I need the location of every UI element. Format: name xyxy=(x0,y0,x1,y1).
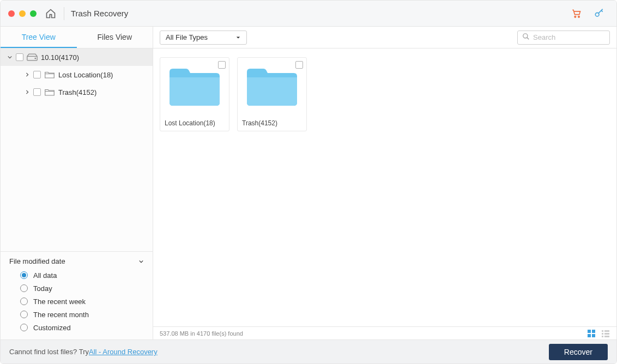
view-toggles xyxy=(587,329,610,338)
svg-point-1 xyxy=(578,16,580,17)
folder-card-lost-location[interactable]: Lost Location(18) xyxy=(160,57,229,131)
footer: Cannot find lost files? Try All - Around… xyxy=(1,339,616,363)
filter-option-label: Today xyxy=(33,284,52,293)
key-button[interactable] xyxy=(592,7,606,20)
sidebar-tabs: Tree View Files View xyxy=(1,27,153,48)
svg-rect-11 xyxy=(604,330,609,332)
tree: 10.10(4170) Lost Location(18) xyxy=(1,48,153,251)
tree-root-row[interactable]: 10.10(4170) xyxy=(1,48,153,66)
svg-rect-8 xyxy=(588,334,591,337)
filter-option-recent-week[interactable]: The recent week xyxy=(20,295,144,308)
filter-option-label: The recent month xyxy=(33,311,89,319)
radio-icon xyxy=(20,311,28,318)
list-icon xyxy=(601,329,610,338)
toolbar: All File Types xyxy=(153,27,616,48)
chevron-down-icon xyxy=(138,257,144,265)
filter-option-label: All data xyxy=(33,271,57,280)
folder-outline-icon xyxy=(44,71,55,78)
svg-point-5 xyxy=(523,34,528,38)
caret-down-icon xyxy=(235,33,241,41)
grid-view-toggle[interactable] xyxy=(587,329,596,338)
filter-header[interactable]: File modified date xyxy=(9,257,144,265)
chevron-right-icon[interactable] xyxy=(25,72,30,77)
list-view-toggle[interactable] xyxy=(601,329,610,338)
tree-child-checkbox[interactable] xyxy=(33,88,41,96)
home-icon xyxy=(45,8,56,19)
radio-icon xyxy=(20,324,28,331)
radio-icon xyxy=(20,271,28,279)
cart-icon xyxy=(571,8,582,19)
tree-child-trash[interactable]: Trash(4152) xyxy=(1,83,153,101)
filetype-dropdown-label: All File Types xyxy=(166,33,208,41)
filter-heading: File modified date xyxy=(9,257,65,265)
cart-button[interactable] xyxy=(570,7,583,20)
svg-rect-7 xyxy=(592,330,595,333)
statusbar: 537.08 MB in 4170 file(s) found xyxy=(153,326,616,339)
filter-option-recent-month[interactable]: The recent month xyxy=(20,308,144,321)
svg-rect-14 xyxy=(602,336,603,337)
svg-point-2 xyxy=(595,13,599,16)
footer-prompt: Cannot find lost files? Try xyxy=(9,348,89,356)
content: Tree View Files View 10.10(4170) xyxy=(1,27,616,339)
tree-child-lost-location[interactable]: Lost Location(18) xyxy=(1,66,153,83)
tree-child-label: Trash(4152) xyxy=(58,88,96,96)
tree-child-label: Lost Location(18) xyxy=(58,71,113,79)
minimize-window-button[interactable] xyxy=(19,10,26,17)
radio-icon xyxy=(20,284,28,292)
svg-rect-13 xyxy=(604,333,609,335)
main: All File Types xyxy=(153,27,616,339)
card-checkbox[interactable] xyxy=(218,61,226,69)
search-icon xyxy=(522,33,530,42)
tab-files-view[interactable]: Files View xyxy=(77,27,153,48)
grid-icon xyxy=(587,329,596,338)
sidebar: Tree View Files View 10.10(4170) xyxy=(1,27,153,339)
search-input[interactable] xyxy=(533,33,605,41)
tab-tree-view[interactable]: Tree View xyxy=(1,27,77,48)
chevron-down-icon[interactable] xyxy=(7,55,13,59)
filter-option-label: The recent week xyxy=(33,298,86,306)
home-button[interactable] xyxy=(43,1,62,26)
card-checkbox[interactable] xyxy=(295,61,303,69)
svg-rect-6 xyxy=(588,330,591,333)
grid-area: Lost Location(18) Trash(4152) xyxy=(153,48,616,326)
svg-rect-10 xyxy=(602,330,603,332)
tree-root-checkbox[interactable] xyxy=(16,53,23,61)
tree-root-label: 10.10(4170) xyxy=(41,53,79,62)
filter-options: All data Today The recent week The recen… xyxy=(9,269,144,334)
recover-button[interactable]: Recover xyxy=(549,344,608,360)
svg-rect-12 xyxy=(602,333,603,335)
status-text: 537.08 MB in 4170 file(s) found xyxy=(160,330,243,337)
search-box[interactable] xyxy=(517,31,610,45)
titlebar-divider xyxy=(64,7,64,20)
titlebar-actions xyxy=(570,7,609,20)
close-window-button[interactable] xyxy=(8,10,15,17)
chevron-right-icon[interactable] xyxy=(25,90,30,94)
radio-icon xyxy=(20,298,28,305)
svg-point-4 xyxy=(35,58,36,59)
filter-section: File modified date All data Today The re… xyxy=(1,251,153,339)
tree-child-checkbox[interactable] xyxy=(33,71,41,78)
card-label: Lost Location(18) xyxy=(160,116,229,131)
filter-option-today[interactable]: Today xyxy=(20,282,144,295)
svg-point-0 xyxy=(574,16,576,17)
svg-rect-15 xyxy=(604,336,609,337)
card-label: Trash(4152) xyxy=(238,116,306,131)
filter-option-label: Customized xyxy=(33,324,71,332)
drive-icon xyxy=(27,53,38,61)
folder-outline-icon xyxy=(44,88,55,96)
key-icon xyxy=(594,8,604,19)
all-around-recovery-link[interactable]: All - Around Recovery xyxy=(89,348,158,356)
filter-option-all-data[interactable]: All data xyxy=(20,269,144,282)
titlebar: Trash Recovery xyxy=(1,1,616,27)
svg-rect-9 xyxy=(592,334,595,337)
folder-card-trash[interactable]: Trash(4152) xyxy=(237,57,307,131)
page-title: Trash Recovery xyxy=(71,9,128,18)
window-controls xyxy=(8,10,37,17)
maximize-window-button[interactable] xyxy=(30,10,37,17)
filetype-dropdown[interactable]: All File Types xyxy=(160,31,247,45)
filter-option-customized[interactable]: Customized xyxy=(20,321,144,334)
